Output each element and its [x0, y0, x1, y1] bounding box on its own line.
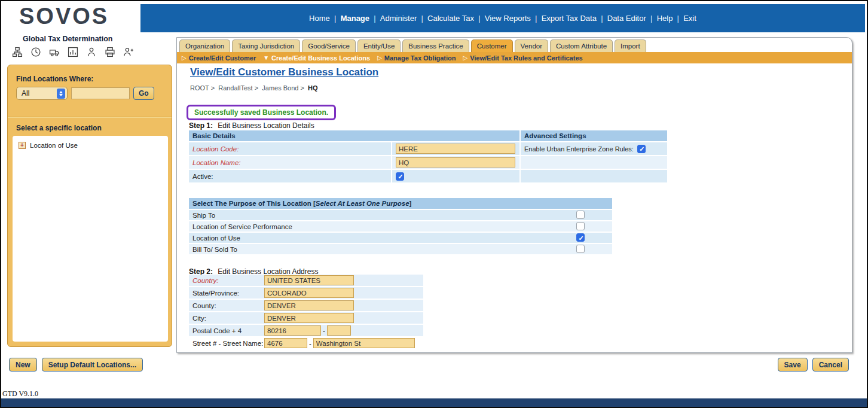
active-checkbox[interactable] [396, 172, 404, 181]
city-input[interactable] [264, 313, 354, 323]
tab-entity-use[interactable]: Entity/Use [357, 39, 401, 52]
tab-customer[interactable]: Customer [471, 39, 513, 52]
nav-item-administer[interactable]: Administer [380, 14, 427, 23]
chart-icon[interactable] [68, 47, 78, 57]
new-button[interactable]: New [9, 358, 37, 372]
expand-icon[interactable]: + [19, 142, 26, 149]
address-table: Country: State/Province: County: City: P… [189, 275, 423, 350]
tab-custom-attribute[interactable]: Custom Attribute [550, 39, 613, 52]
nav-item-help[interactable]: Help [657, 14, 684, 23]
table-row: Location of Service Performance [189, 221, 612, 232]
location-code-input[interactable] [396, 144, 515, 154]
clock-icon[interactable] [30, 47, 41, 57]
postal-code-input[interactable] [264, 325, 321, 336]
empty-cell [521, 156, 667, 169]
tab-vendor[interactable]: Vendor [515, 39, 548, 52]
crumb-company[interactable]: RandallTest [218, 84, 260, 92]
step1-text: Edit Business Location Details [218, 121, 314, 130]
county-input[interactable] [264, 300, 354, 310]
nav-item-manage[interactable]: Manage [341, 14, 380, 23]
nav-item-data-editor[interactable]: Data Editor [607, 14, 657, 23]
step1-heading: Step 1: Edit Business Location Details [189, 121, 314, 130]
select-location-label: Select a specific location [16, 124, 102, 132]
service-performance-label: Location of Service Performance [189, 221, 612, 232]
hierarchy-breadcrumb: ROOT RandallTest James Bond HQ [190, 84, 318, 92]
workflow-step-create-edit-business-locations[interactable]: ▼ Create/Edit Business Locations [263, 54, 370, 62]
tab-bar: Organization Taxing Jurisdiction Good/Se… [179, 39, 646, 52]
tree-item-location-of-use[interactable]: + Location of Use [13, 136, 168, 149]
version-label: GTD V9.1.0 [2, 389, 38, 398]
city-label: City: [192, 315, 264, 322]
country-input[interactable] [264, 275, 354, 285]
ship-to-checkbox[interactable] [576, 211, 585, 219]
basic-details-table: Basic Details Advanced Settings Location… [189, 130, 667, 184]
table-row: City: [189, 312, 423, 324]
state-label: State/Province: [192, 290, 264, 297]
cancel-button[interactable]: Cancel [812, 358, 849, 372]
table-row: Location Code: Enable Urban Enterprise Z… [189, 142, 667, 155]
save-button[interactable]: Save [778, 358, 808, 372]
bottom-left-buttons: New Setup Default Locations... [9, 358, 143, 372]
country-label: Country: [192, 277, 264, 284]
table-row: Postal Code + 4 - [189, 325, 423, 336]
tab-business-practice[interactable]: Business Practice [402, 39, 469, 52]
tab-taxing-jurisdiction[interactable]: Taxing Jurisdiction [232, 39, 300, 52]
crumb-root[interactable]: ROOT [190, 84, 216, 92]
top-nav: Home Manage Administer Calculate Tax Vie… [140, 4, 865, 32]
purpose-header-suffix: ] [409, 200, 412, 207]
bottom-right-buttons: Save Cancel [778, 358, 849, 372]
org-hierarchy-icon[interactable] [12, 47, 23, 57]
purpose-header-emphasis: Select At Least One Purpose [316, 200, 409, 207]
basic-details-header: Basic Details [189, 130, 519, 141]
service-performance-checkbox[interactable] [576, 222, 585, 230]
table-header-row: Basic Details Advanced Settings [189, 130, 667, 141]
location-of-use-checkbox[interactable] [576, 233, 585, 242]
table-row: State/Province: [189, 287, 423, 299]
nav-item-home[interactable]: Home [309, 14, 341, 23]
ship-to-label: Ship To [189, 210, 612, 220]
empty-cell [521, 170, 667, 182]
tab-organization[interactable]: Organization [179, 39, 230, 52]
table-row: Location of Use [189, 233, 612, 243]
triangle-right-icon: ▷ [377, 55, 382, 61]
street-number-input[interactable] [264, 338, 307, 348]
go-button[interactable]: Go [133, 87, 154, 100]
location-name-input[interactable] [396, 157, 515, 168]
uez-rules-checkbox[interactable] [637, 145, 646, 153]
tab-import[interactable]: Import [615, 39, 646, 52]
nav-item-view-reports[interactable]: View Reports [485, 14, 542, 23]
location-filter-select[interactable]: All [16, 87, 68, 100]
person-icon[interactable] [86, 47, 97, 57]
page-title: View/Edit Customer Business Location [190, 66, 378, 78]
location-code-label: Location Code: [189, 142, 391, 155]
postal-plus4-input[interactable] [327, 325, 351, 336]
workflow-step-create-edit-customer[interactable]: ▷ Create/Edit Customer [182, 54, 256, 62]
triangle-down-icon: ▼ [263, 55, 269, 61]
footer-bar [1, 398, 867, 407]
nav-item-export-tax-data[interactable]: Export Tax Data [542, 14, 607, 23]
crumb-customer[interactable]: James Bond [262, 84, 306, 92]
setup-default-locations-button[interactable]: Setup Default Locations... [42, 358, 143, 372]
nav-item-calculate-tax[interactable]: Calculate Tax [427, 14, 485, 23]
location-search-input[interactable] [71, 87, 130, 99]
nav-item-exit[interactable]: Exit [683, 14, 696, 23]
printer-icon[interactable] [105, 47, 115, 57]
truck-icon[interactable] [49, 47, 60, 57]
table-row: Location Name: [189, 156, 667, 169]
uez-rules-label: Enable Urban Enterprise Zone Rules: [524, 145, 634, 153]
county-label: County: [192, 302, 264, 309]
state-input[interactable] [264, 288, 354, 298]
add-user-icon[interactable] [123, 47, 134, 57]
triangle-right-icon: ▷ [182, 55, 187, 61]
workflow-step-manage-tax-obligation[interactable]: ▷ Manage Tax Obligation [377, 54, 456, 62]
location-tree: + Location of Use [13, 136, 168, 342]
workflow-step-view-edit-tax-rules[interactable]: ▷ View/Edit Tax Rules and Certificates [463, 54, 582, 62]
app-window: SOVOS Home Manage Administer Calculate T… [0, 0, 868, 408]
table-row: Ship To [189, 210, 612, 220]
success-message: Successfully saved Business Location. [187, 105, 336, 120]
street-name-input[interactable] [313, 338, 415, 348]
bill-to-checkbox[interactable] [576, 245, 585, 253]
location-name-label: Location Name: [189, 156, 391, 169]
bill-to-label: Bill To/ Sold To [189, 244, 612, 254]
tab-good-service[interactable]: Good/Service [302, 39, 356, 52]
